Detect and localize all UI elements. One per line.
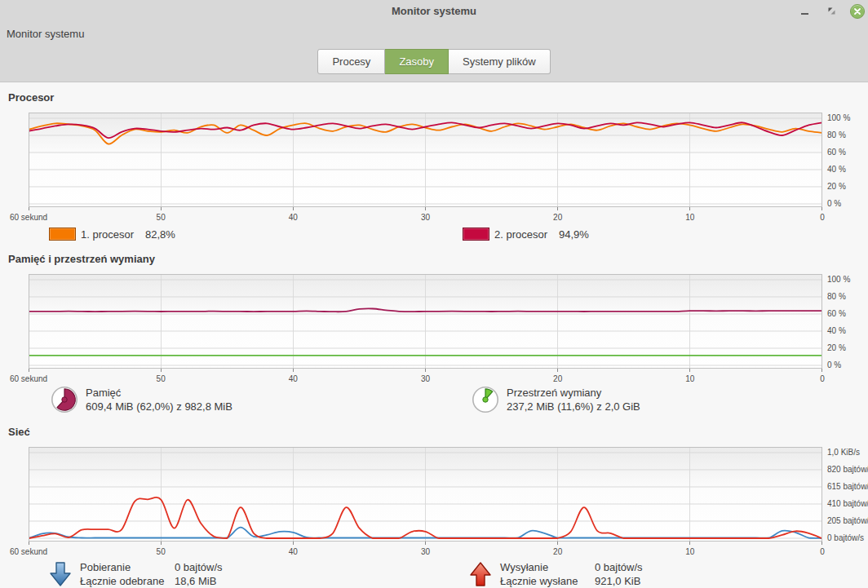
axis-tick-label: 30 (421, 547, 430, 556)
cpu2-value: 94,9% (559, 228, 589, 241)
axis-tick-label: 10 (685, 213, 694, 222)
axis-tick-label: 20 (553, 374, 562, 383)
axis-tick-label: 30 (421, 374, 430, 383)
network-legend: Pobieranie 0 bajtów/s Łącznie odebrane 1… (0, 560, 868, 588)
download-total: 18,6 MiB (175, 574, 223, 588)
network-chart-canvas (29, 447, 822, 546)
upload-rate: 0 bajtów/s (595, 560, 643, 574)
axis-tick-label: 50 (157, 374, 166, 383)
window-title: Monitor systemu (0, 5, 868, 17)
axis-tick-label: 410 bajtów/ (827, 499, 868, 509)
memory-legend: Pamięć 609,4 MiB (62,0%) z 982,8 MiB Prz… (0, 386, 868, 417)
swap-detail: 237,2 MiB (11,6%) z 2,0 GiB (507, 400, 640, 413)
swap-legend-item: Przestrzeń wymiany 237,2 MiB (11,6%) z 2… (472, 386, 640, 413)
resources-view: Procesor 100 %80 %60 %40 %20 %0 % 60 sek… (0, 82, 868, 588)
maximize-button[interactable] (823, 3, 839, 20)
swap-pie-icon (472, 386, 499, 413)
minimize-icon (801, 13, 808, 15)
tab-filesystems[interactable]: Systemy plików (449, 49, 551, 74)
network-y-axis-labels: 1,0 KiB/s820 bajtów/615 bajtów/410 bajtó… (827, 448, 868, 543)
cpu-section-title: Procesor (8, 91, 868, 104)
tab-resources[interactable]: Zasoby (385, 49, 449, 74)
axis-tick-label: 10 (685, 374, 694, 383)
memory-pie-icon (51, 386, 78, 413)
axis-tick-label: 50 (157, 213, 166, 222)
axis-tick-label: 820 bajtów/ (827, 465, 868, 475)
axis-tick-label: 0 (820, 374, 825, 383)
axis-tick-label: 10 (685, 547, 694, 556)
axis-tick-label: 20 % (827, 343, 850, 353)
memory-y-axis-labels: 100 %80 %60 %40 %20 %0 % (827, 275, 850, 370)
download-rate: 0 bajtów/s (175, 560, 223, 574)
axis-tick-label: 0 bajtów/s (827, 533, 868, 543)
titlebar[interactable]: Monitor systemu (0, 0, 868, 22)
axis-tick-label: 80 % (827, 292, 850, 302)
download-label: Pobieranie (80, 560, 171, 574)
tab-processes[interactable]: Procesy (317, 49, 385, 74)
axis-tick-label: 50 (157, 547, 166, 556)
cpu2-color-swatch[interactable] (463, 228, 489, 241)
memory-chart-canvas (29, 274, 822, 374)
axis-tick-label: 80 % (827, 130, 850, 140)
axis-tick-label: 60 sekund (10, 374, 47, 383)
memory-label: Pamięć (86, 386, 232, 400)
axis-tick-label: 20 (553, 213, 562, 222)
network-graph: 1,0 KiB/s820 bajtów/615 bajtów/410 bajtó… (29, 447, 868, 546)
upload-legend-item: Wysyłanie 0 bajtów/s Łącznie wysłane 921… (469, 560, 643, 588)
network-x-axis-labels: 60 sekund50403020100 (29, 546, 822, 557)
cpu-chart-canvas (29, 113, 822, 212)
cpu2-legend-item: 2. procesor 94,9% (463, 228, 589, 241)
view-switcher: Procesy Zasoby Systemy plików (0, 49, 868, 74)
upload-total: 921,0 KiB (595, 574, 643, 588)
cpu1-color-swatch[interactable] (49, 228, 76, 241)
cpu1-legend-item: 1. procesor 82,8% (49, 228, 175, 241)
upload-total-label: Łącznie wysłane (500, 574, 591, 588)
network-section-title: Sieć (8, 426, 868, 439)
axis-tick-label: 60 % (827, 148, 850, 157)
memory-legend-item: Pamięć 609,4 MiB (62,0%) z 982,8 MiB (51, 386, 232, 413)
axis-tick-label: 1,0 KiB/s (827, 448, 868, 458)
cpu2-label: 2. procesor (494, 228, 547, 241)
axis-tick-label: 60 sekund (10, 547, 47, 556)
memory-section-title: Pamięć i przestrzeń wymiany (8, 253, 868, 266)
axis-tick-label: 40 (289, 374, 298, 383)
axis-tick-label: 100 % (827, 275, 850, 285)
cpu-x-axis-labels: 60 sekund50403020100 (29, 212, 822, 223)
axis-tick-label: 205 bajtów/ (827, 516, 868, 526)
axis-tick-label: 40 % (827, 326, 850, 336)
memory-graph: 100 %80 %60 %40 %20 %0 % (29, 274, 868, 374)
download-legend-item: Pobieranie 0 bajtów/s Łącznie odebrane 1… (49, 560, 223, 588)
axis-tick-label: 615 bajtów/ (827, 482, 868, 492)
swap-label: Przestrzeń wymiany (507, 386, 640, 400)
axis-tick-label: 0 % (827, 360, 850, 370)
upload-arrow-icon (469, 560, 492, 588)
cpu1-value: 82,8% (145, 228, 175, 241)
upload-label: Wysyłanie (500, 560, 591, 574)
system-monitor-window: Monitor systemu Monitor systemu Procesy … (0, 0, 868, 588)
axis-tick-label: 100 % (827, 113, 850, 123)
close-icon (853, 7, 861, 15)
memory-detail: 609,4 MiB (62,0%) z 982,8 MiB (86, 400, 232, 413)
axis-tick-label: 20 (553, 547, 562, 556)
close-button[interactable] (850, 4, 865, 19)
axis-tick-label: 40 (289, 213, 298, 222)
axis-tick-label: 40 % (827, 165, 850, 175)
restore-icon (827, 7, 836, 15)
memory-x-axis-labels: 60 sekund50403020100 (29, 374, 822, 384)
minimize-button[interactable] (796, 3, 813, 20)
cpu-y-axis-labels: 100 %80 %60 %40 %20 %0 % (827, 113, 850, 209)
app-name-label: Monitor systemu (7, 28, 868, 41)
axis-tick-label: 0 (820, 213, 825, 222)
axis-tick-label: 60 % (827, 309, 850, 319)
axis-tick-label: 40 (289, 547, 298, 556)
cpu-graph: 100 %80 %60 %40 %20 %0 % (29, 113, 868, 212)
axis-tick-label: 60 sekund (10, 213, 47, 222)
download-total-label: Łącznie odebrane (80, 574, 171, 588)
axis-tick-label: 20 % (827, 182, 850, 192)
axis-tick-label: 0 (820, 547, 825, 556)
cpu1-label: 1. procesor (81, 228, 134, 241)
window-controls (796, 0, 865, 22)
download-arrow-icon (49, 560, 72, 588)
axis-tick-label: 0 % (827, 199, 850, 209)
axis-tick-label: 30 (421, 213, 430, 222)
